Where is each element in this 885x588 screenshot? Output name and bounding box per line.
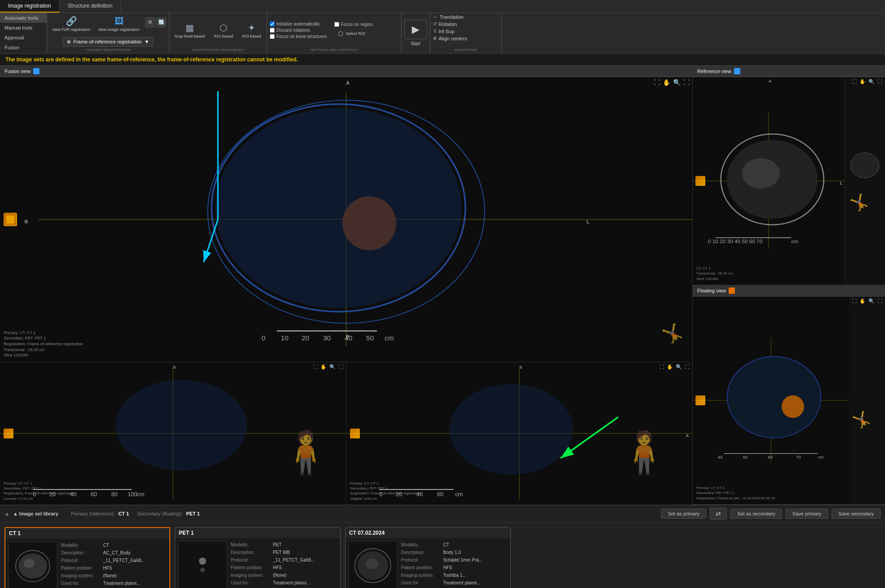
ref-icon1[interactable]: ⛶	[852, 79, 857, 85]
reference-view-toolbar: ⛶ ✋ 🔍 ⛶	[852, 79, 882, 85]
main-view-icon4[interactable]: ⛶	[683, 79, 690, 86]
start-label: Start	[411, 41, 420, 46]
initialize-auto-checkbox[interactable]: Initialize automatically	[270, 21, 327, 26]
save-secondary-btn[interactable]: Save secondary	[832, 509, 881, 519]
icon-sub1[interactable]: ⚙	[145, 17, 155, 27]
coronal-icon2[interactable]: ✋	[320, 364, 327, 370]
focus-region-checkbox[interactable]: Focus on region	[334, 22, 373, 27]
reference-view-badge	[734, 68, 740, 74]
svg-point-48	[850, 153, 879, 178]
main-view-canvas: 0 10 20 30 40 50 cm	[0, 77, 692, 362]
dir-a-sagittal: A	[686, 433, 689, 438]
ct2-card[interactable]: CT 07.02.2024 Reg Modal	[345, 527, 511, 588]
svg-text:40: 40	[718, 455, 723, 459]
rotation-item: ↺ Rotation	[433, 21, 457, 27]
discard-rotations-checkbox[interactable]: Discard rotations	[270, 28, 327, 33]
svg-text:🤸: 🤸	[851, 410, 871, 429]
sagittal-icon2[interactable]: ✋	[667, 364, 673, 370]
svg-text:10: 10	[281, 334, 289, 341]
image-set-library: ▲ ▲ Image set library Primary (reference…	[0, 505, 885, 588]
roi-based-btn[interactable]: ⬡ ROI based	[211, 21, 236, 40]
save-primary-btn[interactable]: Save primary	[786, 509, 828, 519]
poi-icon: ✦	[248, 22, 255, 33]
sagittal-icon3[interactable]: 🔍	[676, 364, 682, 370]
new-for-registration-btn[interactable]: 🔗 New FoR registration	[50, 14, 93, 34]
new-image-registration-btn[interactable]: 🖼 New image registration	[96, 15, 142, 34]
floating-view-badge	[729, 288, 735, 294]
svg-point-71	[366, 558, 378, 569]
float-icon4[interactable]: ⛶	[877, 298, 882, 304]
align-centers-item: ⊕ Align centers	[433, 35, 467, 41]
focus-bone-input[interactable]	[270, 34, 275, 39]
inf-sup-item: ⇕ Inf-Sup	[433, 28, 454, 34]
set-as-primary-btn[interactable]: Set as primary	[661, 509, 706, 519]
select-roi-btn[interactable]: ⬡ Select ROI	[334, 29, 373, 39]
coronal-icon4[interactable]: ⛶	[338, 364, 343, 370]
manual-tools-btn[interactable]: Manual tools	[0, 23, 47, 33]
approval-btn[interactable]: Approval	[0, 33, 47, 43]
ct1-card-info: Modality:CT Description:AC_CT_Body Proto…	[61, 541, 167, 588]
ct2-card-body: Reg Modality:CT Description:Body 1.0 Pro…	[345, 538, 510, 588]
fusion-btn[interactable]: Fusion	[0, 43, 47, 52]
svg-text:20: 20	[396, 490, 402, 497]
svg-text:100: 100	[128, 490, 137, 497]
coronal-icon1[interactable]: ⛶	[313, 364, 318, 370]
gray-level-based-btn[interactable]: ▦ Gray level based	[172, 21, 208, 40]
swap-btn[interactable]: ⇄	[710, 508, 727, 519]
float-icon1[interactable]: ⛶	[852, 298, 857, 304]
float-canvas: 40 50 60 70 cm	[693, 296, 849, 504]
icon-sub2[interactable]: 🔄	[156, 17, 166, 27]
current-registration-section: 🔗 New FoR registration 🖼 New image regis…	[47, 13, 169, 53]
pet1-card[interactable]: PET 1 Secondary FoR Modality	[175, 527, 341, 588]
ct1-card-header: CT 1	[5, 528, 169, 539]
tab-image-registration[interactable]: Image registration	[0, 0, 60, 13]
settings-controls-label: SETTINGS AND CONTROLS	[270, 47, 398, 52]
start-button[interactable]: ▶	[404, 20, 427, 39]
secondary-value: PET 1	[186, 511, 200, 516]
svg-text:🧍: 🧍	[280, 428, 332, 476]
primary-value: CT 1	[118, 511, 129, 516]
library-expand-icon[interactable]: ▲	[4, 511, 9, 516]
svg-text:60: 60	[437, 490, 443, 497]
ref-icon3[interactable]: 🔍	[868, 79, 875, 85]
automatic-tools-btn[interactable]: Automatic tools	[0, 13, 47, 23]
svg-point-44	[742, 158, 780, 189]
main-view-icon1[interactable]: ⛶	[654, 79, 660, 86]
initialize-auto-input[interactable]	[270, 21, 275, 26]
sagittal-icon1[interactable]: ⛶	[659, 364, 664, 370]
svg-point-66	[199, 558, 206, 565]
focus-bone-checkbox[interactable]: Focus on bone structures	[270, 34, 327, 39]
main-view-icon3[interactable]: 🔍	[673, 79, 681, 86]
reference-view-container: Reference view ⛶ ✋ 🔍 ⛶ CT: CT 1	[693, 66, 885, 285]
registration-dropdown[interactable]: ⊕ Frame-of-reference registration ▼	[63, 37, 153, 47]
gray-level-icon: ▦	[186, 22, 194, 33]
poi-based-btn[interactable]: ✦ POI based	[239, 21, 264, 40]
main-view-icon2[interactable]: ✋	[663, 79, 670, 86]
ref-icon4[interactable]: ⛶	[877, 79, 882, 85]
ct1-card-body: Primary Modality:CT Description:AC_CT_Bo…	[5, 539, 169, 588]
coronal-icon3[interactable]: 🔍	[329, 364, 336, 370]
floating-view-label: Floating view	[697, 288, 726, 293]
warning-bar: The image sets are defined in the same f…	[0, 54, 885, 66]
float-icon3[interactable]: 🔍	[868, 298, 875, 304]
dir-s-sagittal: S	[519, 365, 522, 369]
tab-structure-definition[interactable]: Structure definition	[60, 0, 121, 13]
float-icon2[interactable]: ✋	[859, 298, 866, 304]
ref-icon2[interactable]: ✋	[859, 79, 866, 85]
rotation-label: Rotation	[439, 21, 457, 27]
svg-text:60: 60	[768, 455, 773, 459]
translation-icon: ↔	[433, 14, 438, 20]
svg-text:0: 0	[33, 490, 36, 497]
svg-text:cm: cm	[137, 490, 144, 497]
set-as-secondary-btn[interactable]: Set as secondary	[730, 509, 782, 519]
svg-text:🤸: 🤸	[849, 193, 869, 212]
settings-controls-section: Initialize automatically Discard rotatio…	[267, 13, 401, 53]
sagittal-icon4[interactable]: ⛶	[685, 364, 690, 370]
svg-point-53	[781, 395, 804, 418]
pet1-card-body: Secondary FoR Modality:PET Description:P…	[175, 538, 340, 588]
focus-region-input[interactable]	[334, 22, 339, 27]
ct1-card[interactable]: CT 1 Primary Modality:CT	[4, 527, 170, 588]
discard-rotations-input[interactable]	[270, 28, 275, 33]
main-view-toolbar: ⛶ ✋ 🔍 ⛶	[654, 79, 690, 86]
sagittal-view-toolbar: ⛶ ✋ 🔍 ⛶	[659, 364, 690, 370]
